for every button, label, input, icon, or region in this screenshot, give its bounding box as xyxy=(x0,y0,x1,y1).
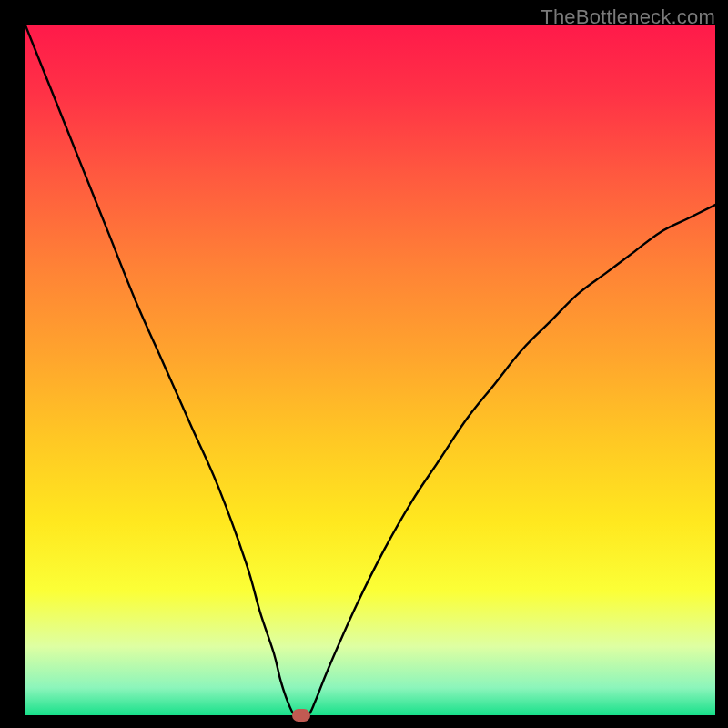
plot-background xyxy=(25,25,715,715)
chart-plot xyxy=(25,25,715,715)
chart-frame: TheBottleneck.com xyxy=(0,0,728,728)
trough-marker xyxy=(292,709,310,722)
watermark-text: TheBottleneck.com xyxy=(541,5,715,29)
